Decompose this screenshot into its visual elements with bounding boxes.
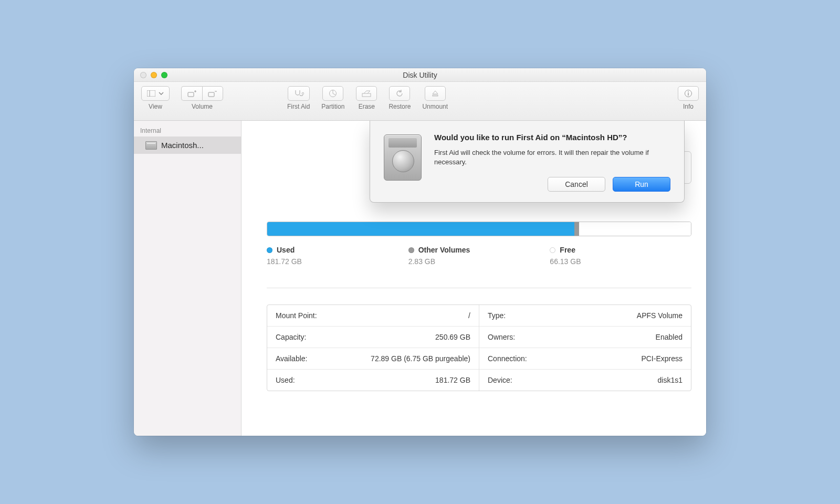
dialog-title: Would you like to run First Aid on “Maci… — [434, 132, 670, 143]
svg-rect-0 — [147, 90, 155, 97]
svg-rect-9 — [362, 93, 371, 97]
svg-rect-2 — [188, 92, 194, 97]
info-button[interactable] — [678, 86, 699, 101]
legend-dot-used — [267, 247, 272, 253]
volume-info-table: Mount Point:/ Capacity:250.69 GB Availab… — [267, 304, 691, 391]
info-row-capacity: Capacity:250.69 GB — [267, 327, 479, 348]
legend-dot-other — [408, 247, 414, 253]
unmount-button[interactable] — [425, 86, 446, 101]
legend-label-free: Free — [560, 246, 575, 254]
chevron-down-icon — [159, 92, 164, 95]
restore-button[interactable] — [389, 86, 410, 101]
unmount-label: Unmount — [422, 103, 448, 110]
info-row-used: Used:181.72 GB — [267, 370, 479, 391]
usage-segment-free — [579, 222, 691, 236]
dialog-message: First Aid will check the volume for erro… — [434, 148, 670, 166]
restore-icon — [395, 89, 404, 98]
eject-icon — [432, 90, 439, 97]
svg-rect-5 — [208, 92, 214, 97]
main-content: 250.69 GB SHARED BY 4 VOLUMES Used 181.7… — [242, 121, 706, 436]
sidebar: Internal Macintosh... — [134, 121, 242, 436]
hard-drive-icon — [382, 132, 424, 183]
volume-label: Volume — [192, 103, 213, 110]
pie-icon — [329, 89, 337, 98]
info-row-type: Type:APFS Volume — [479, 305, 691, 327]
erase-icon — [362, 90, 371, 97]
partition-button[interactable] — [322, 86, 343, 101]
stethoscope-icon — [293, 89, 304, 98]
usage-segment-other — [574, 222, 579, 236]
svg-marker-10 — [433, 91, 438, 94]
legend-value-other: 2.83 GB — [408, 257, 550, 266]
restore-label: Restore — [388, 103, 411, 110]
remove-volume-button[interactable] — [202, 86, 223, 101]
usage-bar — [267, 222, 691, 236]
info-label: Info — [683, 103, 694, 110]
disk-utility-window: Disk Utility View — [134, 68, 706, 436]
info-icon — [684, 89, 692, 98]
first-aid-label: First Aid — [287, 103, 310, 110]
info-row-device: Device:disk1s1 — [479, 370, 691, 391]
window-title: Disk Utility — [134, 71, 706, 79]
svg-rect-11 — [433, 95, 438, 96]
volume-minus-icon — [208, 90, 217, 97]
drive-icon — [145, 141, 157, 150]
sidebar-icon — [147, 90, 155, 97]
info-row-owners: Owners:Enabled — [479, 327, 691, 348]
view-button[interactable] — [141, 86, 170, 101]
first-aid-button[interactable] — [288, 86, 310, 101]
titlebar[interactable]: Disk Utility — [134, 68, 706, 82]
legend-label-other: Other Volumes — [418, 246, 470, 254]
legend-dot-free — [550, 247, 555, 253]
volume-plus-icon — [187, 90, 197, 97]
svg-point-13 — [688, 91, 689, 92]
partition-label: Partition — [321, 103, 344, 110]
legend-label-used: Used — [277, 246, 295, 254]
legend-value-used: 181.72 GB — [267, 257, 408, 266]
info-row-connection: Connection:PCI-Express — [479, 348, 691, 370]
run-button[interactable]: Run — [613, 177, 670, 192]
info-row-available: Available:72.89 GB (6.75 GB purgeable) — [267, 348, 479, 370]
legend-value-free: 66.13 GB — [550, 257, 691, 266]
erase-label: Erase — [359, 103, 375, 110]
first-aid-dialog: Would you like to run First Aid on “Maci… — [370, 121, 685, 203]
add-volume-button[interactable] — [181, 86, 202, 101]
sidebar-section-internal: Internal — [134, 124, 241, 136]
sidebar-item-macintosh-hd[interactable]: Macintosh... — [134, 136, 241, 154]
divider — [267, 288, 691, 288]
info-row-mount-point: Mount Point:/ — [267, 305, 479, 327]
usage-segment-used — [267, 222, 574, 236]
cancel-button[interactable]: Cancel — [548, 177, 605, 192]
sidebar-item-label: Macintosh... — [161, 141, 204, 150]
svg-point-7 — [302, 92, 304, 94]
toolbar: View Volume — [134, 82, 706, 121]
erase-button[interactable] — [356, 86, 377, 101]
view-label: View — [149, 103, 162, 110]
